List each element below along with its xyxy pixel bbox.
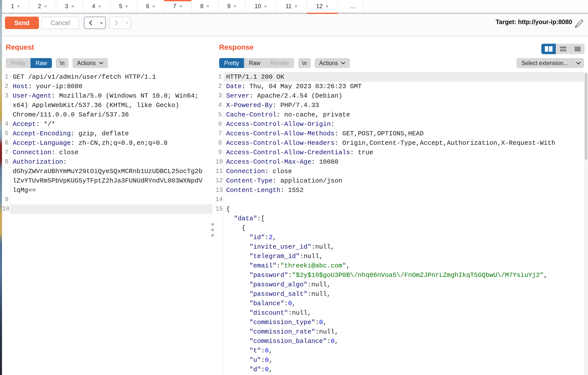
code-line[interactable]: "commission_rate":null, [215,327,584,337]
code-line[interactable]: "u":0, [215,355,584,365]
code-line[interactable]: Chrome/111.0.0.0 Safari/537.36 [2,110,212,119]
repeater-tab-2[interactable]: 2× [29,0,56,13]
repeater-tab-12[interactable]: 12× [307,0,338,13]
code-line[interactable]: 6Accept-Language: zh-CN,zh;q=0.9,en;q=0.… [2,138,212,148]
request-tab-raw[interactable]: Raw [31,58,52,68]
history-forward-dropdown-icon[interactable]: ▾ [123,21,131,25]
tab-close-icon[interactable]: × [207,3,209,9]
response-tab-pretty[interactable]: Pretty [219,58,244,68]
repeater-tab-6[interactable]: 6× [137,0,164,13]
tab-close-icon[interactable]: × [17,3,20,9]
response-tab-render[interactable]: Render [265,58,294,68]
repeater-tab-9[interactable]: 9× [218,0,245,13]
history-back-button[interactable]: ▾ [84,17,106,29]
code-line[interactable]: "telegram_id":null, [215,252,584,261]
code-line[interactable]: dGhyZWVraUBhYmMuY29tOiQyeSQxMCRnb1UzUDBC… [2,167,212,176]
code-line[interactable]: 3User-Agent: Mozilla/5.0 (Windows NT 10.… [2,91,212,101]
code-line[interactable]: 9 [2,195,212,204]
code-line[interactable]: "invite_user_id":null, [215,242,584,252]
code-line[interactable]: "password_algo":null, [215,280,584,289]
code-line[interactable]: 10Access-Control-Max-Age: 10080 [215,157,584,167]
select-extension-dropdown[interactable]: Select extension... [517,58,584,68]
code-line[interactable]: 3Server: Apache/2.4.54 (Debian) [215,91,584,101]
tab-close-icon[interactable]: × [234,3,237,9]
request-toggle-newline[interactable]: \n [56,58,69,68]
send-button[interactable]: Send [5,17,39,29]
tab-close-icon[interactable]: × [152,3,155,9]
layout-single-button[interactable] [570,44,585,54]
repeater-tab-7[interactable]: 7× [164,0,191,13]
cancel-button[interactable]: Cancel [41,17,79,29]
tab-close-icon[interactable]: × [325,3,328,9]
code-line[interactable]: 12Content-Type: application/json [215,176,584,186]
response-tab-raw[interactable]: Raw [244,58,265,68]
repeater-tab-8[interactable]: 8× [191,0,218,13]
request-actions-button[interactable]: Actions [72,58,108,68]
response-toggle-newline[interactable]: \n [298,58,311,68]
code-line[interactable]: 8Authorization: [2,157,212,167]
panel-splitter-handle[interactable] [211,223,214,239]
tab-label: 10 [255,3,261,10]
code-line[interactable]: 5Accept-Encoding: gzip, deflate [2,129,212,138]
code-line[interactable]: 1HTTP/1.1 200 OK [215,72,584,82]
tab-close-icon[interactable]: × [98,3,101,9]
code-line[interactable]: 7Access-Control-Allow-Methods: GET,POST,… [215,129,584,138]
code-line[interactable]: 4Accept: */* [2,119,212,129]
code-line[interactable]: 1GET /api/v1/admin/user/fetch HTTP/1.1 [2,72,212,82]
scrollbar-thumb[interactable] [585,73,588,160]
tab-close-icon[interactable]: × [295,3,298,9]
code-line[interactable]: 9Access-Control-Allow-Credentials: true [215,148,584,157]
code-line[interactable]: lZvYTUvRm5PbVpKUG5yTFptZ2hJa3FUNUdRYndVL… [2,176,212,186]
response-editor[interactable]: 1HTTP/1.1 200 OK2Date: Thu, 04 May 2023 … [215,72,584,375]
tab-label: 6 [146,3,149,10]
code-line[interactable]: lqMg== [2,186,212,195]
repeater-tab-3[interactable]: 3× [56,0,83,13]
code-line[interactable]: 13Content-Length: 1552 [215,186,584,195]
code-line[interactable]: "commission_balance":0, [215,337,584,346]
code-line[interactable]: 2Host: your-ip:8080 [2,82,212,91]
code-line[interactable]: 11Connection: close [215,167,584,176]
code-line[interactable]: 10 [2,204,212,214]
history-back-dropdown-icon[interactable]: ▾ [98,21,105,25]
code-line[interactable]: 14 [215,195,584,204]
code-line[interactable]: "balance":0, [215,299,584,308]
history-forward-button[interactable]: ▾ [109,17,131,29]
code-line[interactable]: 15{ [215,204,584,214]
tab-close-icon[interactable]: × [44,3,47,9]
code-line[interactable]: { [215,223,584,233]
repeater-tab-1[interactable]: 1× [2,0,29,13]
code-line[interactable]: "data":[ [215,214,584,223]
code-line[interactable]: 6Access-Control-Allow-Origin: [215,119,584,129]
repeater-tab-5[interactable]: 5× [110,0,137,13]
code-line[interactable]: x64) AppleWebKit/537.36 (KHTML, like Gec… [2,101,212,110]
tab-close-icon[interactable]: × [71,3,74,9]
code-line[interactable]: "email":"threeki@abc.com", [215,261,584,270]
code-line[interactable]: "commission_type":0, [215,318,584,327]
code-line[interactable]: 4X-Powered-By: PHP/7.4.33 [215,101,584,110]
code-line[interactable]: "t":0, [215,346,584,355]
layout-columns-button[interactable] [541,44,556,54]
code-line[interactable]: 7Connection: close [2,148,212,157]
code-line[interactable]: "id":2, [215,233,584,242]
tab-close-icon[interactable]: × [264,3,267,9]
repeater-tab-11[interactable]: 11× [276,0,307,13]
request-editor[interactable]: 1GET /api/v1/admin/user/fetch HTTP/1.12H… [2,72,212,375]
code-line[interactable]: 5Cache-Control: no-cache, private [215,110,584,119]
repeater-tab-10[interactable]: 10× [245,0,276,13]
request-tab-pretty[interactable]: Pretty [6,58,31,68]
edit-target-icon[interactable] [574,18,584,30]
response-actions-button[interactable]: Actions [315,58,350,68]
response-scrollbar[interactable] [584,72,588,375]
repeater-tab-4[interactable]: 4× [83,0,110,13]
code-line[interactable]: "password":"$2y$10$goU3P0B\/nhq86nVoa5\/… [215,270,584,280]
code-text: lZvYTUvRm5PbVpKUG5yTFptZ2hJa3FUNUdRYndVL… [10,176,212,186]
code-line[interactable]: 2Date: Thu, 04 May 2023 03:26:23 GMT [215,82,584,91]
tab-close-icon[interactable]: × [179,3,182,9]
code-line[interactable]: 8Access-Control-Allow-Headers: Origin,Co… [215,138,584,148]
code-line[interactable]: "d":0, [215,365,584,374]
code-line[interactable]: "password_salt":null, [215,289,584,299]
tab-overflow[interactable]: ... [343,0,363,13]
tab-close-icon[interactable]: × [125,3,128,9]
layout-rows-button[interactable] [556,44,570,54]
code-line[interactable]: "discount":null, [215,308,584,318]
